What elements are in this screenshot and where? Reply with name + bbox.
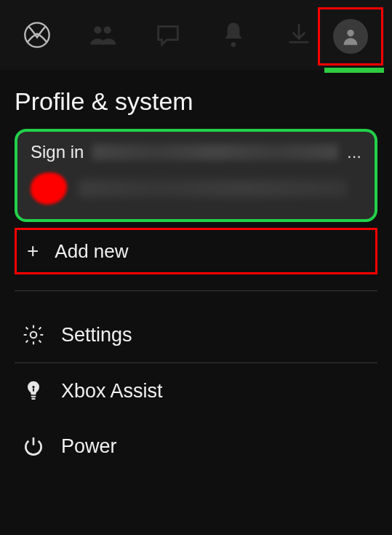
page-title: Profile & system	[15, 87, 377, 116]
menu-item-settings[interactable]: Settings	[15, 307, 377, 362]
notifications-icon[interactable]	[208, 9, 259, 60]
gear-icon	[20, 322, 47, 348]
top-tab-bar	[0, 0, 392, 70]
lightbulb-icon	[20, 378, 47, 404]
signin-card[interactable]: Sign in ...	[15, 129, 377, 222]
svg-point-4	[347, 30, 353, 36]
svg-point-8	[32, 386, 34, 388]
multiplayer-icon[interactable]	[77, 9, 128, 60]
account-avatar-redacted	[31, 173, 67, 205]
content-area: Profile & system Sign in ... + Add new S…	[0, 70, 392, 474]
svg-point-1	[94, 26, 101, 33]
svg-rect-6	[31, 396, 36, 397]
menu-item-xbox-assist[interactable]: Xbox Assist	[15, 363, 377, 419]
add-new-label: Add new	[55, 240, 128, 263]
signin-label: Sign in	[31, 142, 84, 162]
plus-icon: +	[27, 239, 39, 263]
signin-account-name-redacted	[92, 144, 338, 160]
svg-point-2	[104, 26, 111, 33]
xbox-logo-icon[interactable]	[12, 9, 63, 60]
xbox-assist-label: Xbox Assist	[61, 380, 163, 403]
chat-icon[interactable]	[143, 9, 193, 60]
settings-label: Settings	[61, 324, 132, 346]
ellipsis: ...	[347, 142, 361, 162]
profile-tab[interactable]	[318, 7, 383, 66]
svg-rect-7	[31, 398, 35, 400]
svg-point-3	[231, 42, 236, 47]
svg-rect-9	[33, 389, 34, 392]
capture-icon[interactable]	[273, 9, 324, 60]
active-tab-indicator	[324, 68, 384, 73]
signin-account-row[interactable]	[31, 173, 361, 205]
divider	[15, 290, 377, 291]
account-email-redacted	[79, 180, 347, 197]
person-icon	[340, 26, 361, 47]
power-label: Power	[61, 435, 117, 458]
power-icon	[20, 433, 47, 459]
menu-item-power[interactable]: Power	[15, 419, 377, 474]
svg-point-5	[31, 332, 37, 338]
profile-avatar-circle	[333, 19, 368, 54]
add-new-button[interactable]: + Add new	[15, 228, 377, 274]
signin-header-row: Sign in ...	[31, 142, 361, 162]
